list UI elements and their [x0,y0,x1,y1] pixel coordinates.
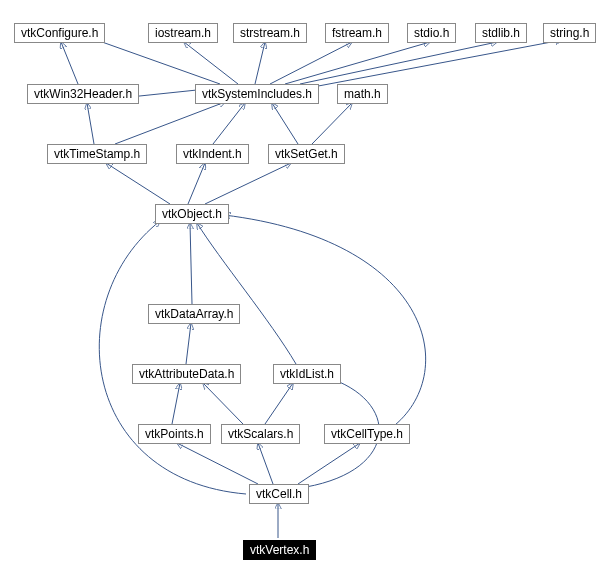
node-vtkObject[interactable]: vtkObject.h [155,204,229,224]
node-label: vtkIndent.h [183,147,242,161]
node-vtkCell[interactable]: vtkCell.h [249,484,309,504]
node-label: fstream.h [332,26,382,40]
node-vtkIndent[interactable]: vtkIndent.h [176,144,249,164]
node-label: vtkCell.h [256,487,302,501]
node-iostream[interactable]: iostream.h [148,23,218,43]
node-vtkIdList[interactable]: vtkIdList.h [273,364,341,384]
node-vtkConfigure[interactable]: vtkConfigure.h [14,23,105,43]
node-label: vtkScalars.h [228,427,293,441]
node-label: vtkConfigure.h [21,26,98,40]
node-vtkAttributeData[interactable]: vtkAttributeData.h [132,364,241,384]
node-vtkWin32Header[interactable]: vtkWin32Header.h [27,84,139,104]
node-math[interactable]: math.h [337,84,388,104]
node-label: stdio.h [414,26,449,40]
node-label: stdlib.h [482,26,520,40]
node-vtkTimeStamp[interactable]: vtkTimeStamp.h [47,144,147,164]
node-label: vtkAttributeData.h [139,367,234,381]
node-label: string.h [550,26,589,40]
node-label: vtkTimeStamp.h [54,147,140,161]
node-label: vtkWin32Header.h [34,87,132,101]
node-label: vtkSetGet.h [275,147,338,161]
node-label: vtkIdList.h [280,367,334,381]
node-label: vtkObject.h [162,207,222,221]
node-strstream[interactable]: strstream.h [233,23,307,43]
node-label: vtkVertex.h [250,543,309,557]
node-vtkScalars[interactable]: vtkScalars.h [221,424,300,444]
node-label: vtkDataArray.h [155,307,233,321]
node-vtkSystemIncludes[interactable]: vtkSystemIncludes.h [195,84,319,104]
node-stdio[interactable]: stdio.h [407,23,456,43]
node-vtkPoints[interactable]: vtkPoints.h [138,424,211,444]
node-vtkDataArray[interactable]: vtkDataArray.h [148,304,240,324]
node-label: vtkSystemIncludes.h [202,87,312,101]
node-vtkSetGet[interactable]: vtkSetGet.h [268,144,345,164]
node-label: strstream.h [240,26,300,40]
node-label: math.h [344,87,381,101]
node-vtkCellType[interactable]: vtkCellType.h [324,424,410,444]
node-label: iostream.h [155,26,211,40]
node-stdlib[interactable]: stdlib.h [475,23,527,43]
node-fstream[interactable]: fstream.h [325,23,389,43]
node-string[interactable]: string.h [543,23,596,43]
node-vtkVertex-root[interactable]: vtkVertex.h [243,540,316,560]
node-label: vtkPoints.h [145,427,204,441]
node-label: vtkCellType.h [331,427,403,441]
